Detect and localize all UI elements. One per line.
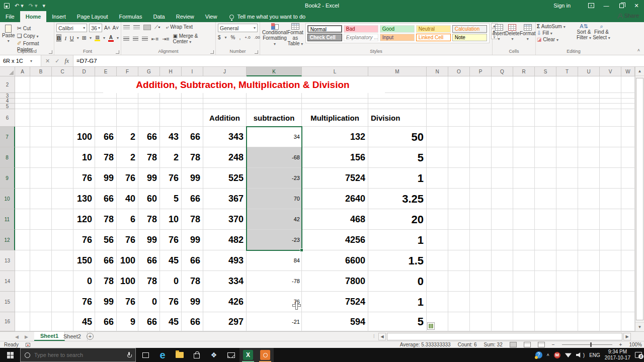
row-header-2[interactable]: 2: [0, 76, 15, 93]
cell-P13[interactable]: [470, 250, 492, 271]
cell-V13[interactable]: [600, 250, 621, 271]
formula-input-area[interactable]: [73, 55, 644, 66]
cell-D13[interactable]: 150: [73, 250, 95, 271]
collapse-ribbon-icon[interactable]: ˄: [637, 48, 640, 53]
cell-L15[interactable]: 7524: [302, 292, 368, 312]
quick-analysis-button[interactable]: [427, 322, 435, 330]
col-header-J[interactable]: J: [203, 67, 247, 76]
cell-U6[interactable]: [578, 109, 600, 127]
cell-K15[interactable]: 76: [247, 292, 302, 312]
row-header-6[interactable]: 6: [0, 109, 15, 127]
cell-Q16[interactable]: [492, 312, 513, 331]
excel-taskbar-button[interactable]: X: [239, 348, 257, 362]
tell-me-box[interactable]: Tell me what you want to do: [229, 11, 305, 22]
clock[interactable]: 9:34 PM 2017-10-17: [605, 349, 630, 361]
cell-W11[interactable]: [621, 209, 635, 230]
microphone-icon[interactable]: [127, 352, 131, 358]
orientation-icon[interactable]: ⟋▾: [154, 24, 160, 30]
cell-D14[interactable]: 0: [73, 271, 95, 292]
cell-G8[interactable]: 78: [138, 147, 160, 168]
cell-E6[interactable]: [95, 109, 117, 127]
cell-G3[interactable]: [138, 93, 160, 99]
cell-N5[interactable]: [427, 104, 448, 109]
cell-G13[interactable]: 66: [138, 250, 160, 271]
row-header-12[interactable]: 12: [0, 230, 15, 250]
cell-V8[interactable]: [600, 147, 621, 168]
cell-K3[interactable]: [247, 93, 302, 99]
store-button[interactable]: [188, 348, 205, 362]
cell-J5[interactable]: [203, 104, 247, 109]
cell-Q5[interactable]: [492, 104, 513, 109]
cell-U7[interactable]: [578, 127, 600, 147]
col-header-V[interactable]: V: [600, 67, 621, 76]
cell-B14[interactable]: [30, 271, 52, 292]
cell-E11[interactable]: 78: [95, 209, 117, 230]
search-input[interactable]: [34, 352, 123, 358]
cell-A14[interactable]: [15, 271, 30, 292]
fill-handle[interactable]: [300, 248, 303, 252]
bold-button[interactable]: B: [56, 34, 61, 42]
cell-R9[interactable]: [513, 168, 535, 189]
horizontal-splitter[interactable]: ⁞: [373, 334, 375, 339]
cell-G6[interactable]: [138, 109, 160, 127]
cell-R16[interactable]: [513, 312, 535, 331]
merge-center-button[interactable]: ▣ Merge & Center ▾: [173, 33, 214, 44]
cell-Q9[interactable]: [492, 168, 513, 189]
cell-K12[interactable]: -23: [247, 230, 302, 250]
cell-V10[interactable]: [600, 189, 621, 209]
vertical-scroll-thumb[interactable]: [636, 78, 643, 320]
cell-M10[interactable]: 3.25: [368, 189, 427, 209]
col-header-W[interactable]: W: [621, 67, 635, 76]
cell-D8[interactable]: 10: [73, 147, 95, 168]
format-as-table-button[interactable]: Format as Table ▾: [287, 23, 303, 47]
cell-D10[interactable]: 130: [73, 189, 95, 209]
cell-U5[interactable]: [578, 104, 600, 109]
cell-S2[interactable]: [535, 76, 556, 93]
cell-N14[interactable]: [427, 271, 448, 292]
row-header-8[interactable]: 8: [0, 147, 15, 168]
col-header-T[interactable]: T: [556, 67, 578, 76]
cell-O3[interactable]: [448, 93, 470, 99]
cell-C14[interactable]: [52, 271, 73, 292]
prev-sheet-icon[interactable]: ◀: [15, 334, 19, 339]
cell-N2[interactable]: [427, 76, 448, 93]
cell-H6[interactable]: [160, 109, 182, 127]
cell-A3[interactable]: [15, 93, 30, 99]
tab-insert[interactable]: Insert: [46, 11, 71, 22]
cell-L10[interactable]: 2640: [302, 189, 368, 209]
cell-W8[interactable]: [621, 147, 635, 168]
row-header-10[interactable]: 10: [0, 189, 15, 209]
name-box-input[interactable]: [0, 58, 30, 64]
cell-style-note[interactable]: Note: [452, 34, 487, 41]
cell-I16[interactable]: 66: [182, 312, 203, 331]
cell-U11[interactable]: [578, 209, 600, 230]
cell-Q2[interactable]: [492, 76, 513, 93]
cell-V16[interactable]: [600, 312, 621, 331]
col-header-D[interactable]: D: [73, 67, 95, 76]
cell-A15[interactable]: [15, 292, 30, 312]
cell-F14[interactable]: 100: [117, 271, 138, 292]
cell-J8[interactable]: 248: [203, 147, 247, 168]
cell-T10[interactable]: [556, 189, 578, 209]
cell-I14[interactable]: 78: [182, 271, 203, 292]
col-header-G[interactable]: G: [138, 67, 160, 76]
cell-H3[interactable]: [160, 93, 182, 99]
mail-button[interactable]: [222, 348, 239, 362]
cell-L12[interactable]: 4256: [302, 230, 368, 250]
cell-U15[interactable]: [578, 292, 600, 312]
vertical-scrollbar[interactable]: ▲ ▼: [635, 67, 644, 331]
scroll-up-icon[interactable]: ▲: [635, 67, 644, 76]
zoom-out-icon[interactable]: −: [552, 342, 555, 347]
cell-D3[interactable]: [73, 93, 95, 99]
cell-O5[interactable]: [448, 104, 470, 109]
cell-W3[interactable]: [621, 93, 635, 99]
decrease-decimal-button[interactable]: .00: [255, 35, 260, 40]
tab-review[interactable]: Review: [171, 11, 200, 22]
cell-V3[interactable]: [600, 93, 621, 99]
cell-D16[interactable]: 45: [73, 312, 95, 331]
cell-E15[interactable]: 99: [95, 292, 117, 312]
cell-F7[interactable]: 2: [117, 127, 138, 147]
cell-M3[interactable]: [368, 93, 427, 99]
cell-style-explanatory-[interactable]: Explanatory ...: [344, 34, 378, 41]
percent-style-button[interactable]: %: [231, 35, 235, 40]
